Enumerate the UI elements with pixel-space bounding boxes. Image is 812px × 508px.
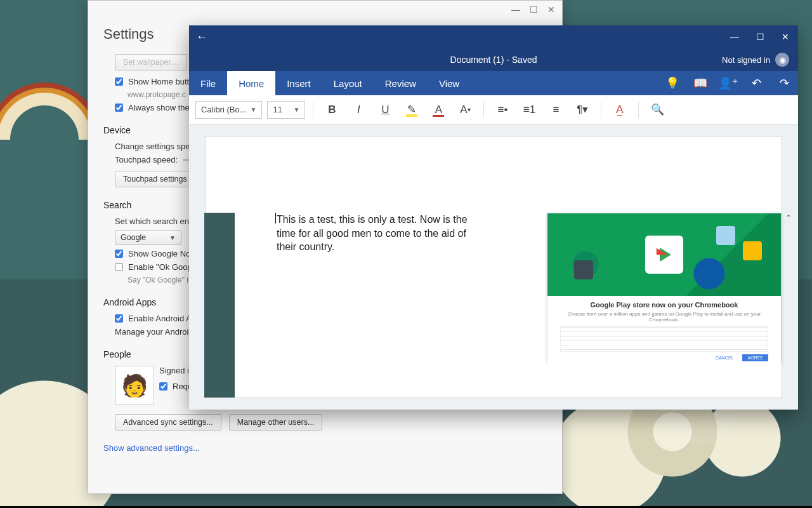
enable-ok-google-label: Enable "Ok Google: [128, 262, 199, 272]
minimize-icon[interactable]: —: [509, 3, 523, 16]
back-arrow-icon[interactable]: ←: [189, 30, 214, 44]
inserted-image[interactable]: Google Play store now on your Chromebook…: [547, 213, 782, 362]
terms-text-block: [560, 326, 768, 352]
font-name-select[interactable]: Calibri (Bo...▼: [195, 101, 262, 119]
document-body-text[interactable]: This is a test, this is only a test. Now…: [277, 213, 480, 254]
tab-layout[interactable]: Layout: [322, 71, 374, 95]
require-password-checkbox[interactable]: [159, 382, 167, 391]
manage-users-button[interactable]: Manage other users...: [229, 414, 323, 431]
maximize-icon[interactable]: ☐: [527, 3, 540, 16]
search-icon[interactable]: 🔍: [646, 100, 668, 119]
chevron-down-icon: ▼: [169, 234, 176, 241]
font-size-select[interactable]: 11▼: [267, 101, 305, 119]
collapse-ribbon-icon[interactable]: ⌃: [785, 213, 792, 222]
tab-insert[interactable]: Insert: [275, 71, 322, 95]
highlight-icon[interactable]: ✎: [401, 100, 422, 119]
document-title: Document (1) - Saved: [189, 55, 798, 65]
cancel-button[interactable]: CANCEL: [710, 354, 738, 361]
document-page[interactable]: This is a test, this is only a test. Now…: [205, 136, 782, 398]
not-signed-in-label[interactable]: Not signed in: [722, 55, 770, 65]
font-name-value: Calibri (Bo...: [201, 105, 247, 114]
word-window: ← — ☐ ✕ Document (1) - Saved Not signed …: [189, 25, 798, 410]
word-docbar: Document (1) - Saved Not signed in ◉: [189, 48, 798, 71]
word-maximize-icon[interactable]: ☐: [747, 25, 773, 48]
document-area[interactable]: This is a test, this is only a test. Now…: [189, 124, 798, 410]
tab-file[interactable]: File: [189, 71, 227, 95]
user-avatar[interactable]: 🧑: [115, 366, 154, 405]
word-close-icon[interactable]: ✕: [773, 25, 798, 48]
ribbon: Calibri (Bo...▼ 11▼ B I U ✎ A A▾ ≡• ≡1 ≡…: [189, 95, 798, 124]
touchpad-speed-label: Touchpad speed:: [115, 155, 178, 164]
tab-review[interactable]: Review: [374, 71, 428, 95]
bullets-icon[interactable]: ≡•: [492, 100, 513, 119]
window-controls: — ☐ ✕: [509, 3, 558, 16]
show-advanced-link[interactable]: Show advanced settings...: [103, 443, 200, 453]
styles-icon[interactable]: A̲: [609, 100, 631, 119]
image-bleed: [204, 213, 235, 398]
always-show-checkbox[interactable]: [115, 104, 123, 112]
tab-home[interactable]: Home: [227, 71, 275, 95]
undo-icon[interactable]: ↶: [742, 71, 770, 95]
search-engine-value: Google: [121, 233, 146, 242]
more-font-icon[interactable]: A▾: [454, 100, 476, 119]
search-engine-select[interactable]: Google ▼: [115, 230, 181, 245]
share-icon[interactable]: 👤⁺: [714, 71, 742, 95]
reading-view-icon[interactable]: 📖: [686, 71, 714, 95]
bold-icon[interactable]: B: [321, 100, 343, 119]
word-minimize-icon[interactable]: —: [722, 25, 747, 48]
touchpad-settings-button[interactable]: Touchpad settings: [115, 171, 195, 187]
font-size-value: 11: [273, 105, 282, 114]
play-store-icon: [645, 236, 683, 274]
font-color-icon[interactable]: A: [428, 100, 449, 119]
show-google-now-label: Show Google Now: [128, 249, 197, 258]
play-heading: Google Play store now on your Chromebook: [560, 301, 768, 309]
close-icon[interactable]: ✕: [544, 3, 558, 16]
numbering-icon[interactable]: ≡1: [518, 100, 540, 119]
redo-icon[interactable]: ↷: [770, 71, 798, 95]
show-home-button-checkbox[interactable]: [115, 77, 123, 86]
play-sub: Choose from over a million apps and game…: [560, 311, 768, 323]
enable-ok-google-checkbox[interactable]: [115, 263, 123, 271]
lightbulb-icon[interactable]: 💡: [658, 71, 686, 95]
enable-android-checkbox[interactable]: [115, 314, 123, 323]
enable-android-label: Enable Android Ap: [128, 314, 196, 323]
paragraph-icon[interactable]: ¶▾: [572, 100, 593, 119]
ribbon-tabs: File Home Insert Layout Review View 💡 📖 …: [189, 71, 798, 95]
underline-icon[interactable]: U: [374, 100, 396, 119]
show-google-now-checkbox[interactable]: [115, 250, 123, 258]
word-titlebar: ← — ☐ ✕: [189, 25, 798, 48]
show-home-button-label: Show Home button: [128, 77, 199, 86]
user-icon[interactable]: ◉: [775, 53, 789, 67]
tab-view[interactable]: View: [428, 71, 471, 95]
advanced-sync-button[interactable]: Advanced sync settings...: [115, 414, 221, 431]
align-icon[interactable]: ≡: [545, 100, 566, 119]
agree-button[interactable]: AGREE: [742, 354, 768, 361]
italic-icon[interactable]: I: [348, 100, 369, 119]
always-show-label: Always show the b: [128, 103, 197, 112]
set-wallpaper-button[interactable]: Set wallpaper…: [115, 54, 187, 70]
